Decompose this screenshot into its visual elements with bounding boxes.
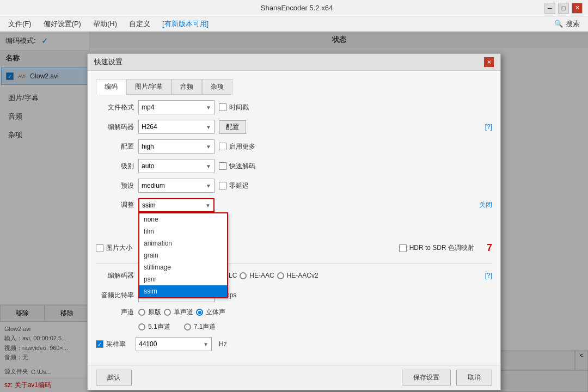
minimize-button[interactable]: ─ [544,3,555,14]
ch-stereo-radio[interactable] [196,309,203,316]
ch-original-radio[interactable] [138,309,145,316]
ch-stereo-label[interactable]: 立体声 [206,308,225,317]
profile-select[interactable]: high ▼ [138,139,215,154]
close-link[interactable]: 关闭 [479,200,492,210]
file-format-select[interactable]: mp4 ▼ [138,100,215,114]
ch-71-radio[interactable] [184,323,191,330]
preset-label: 预设 [96,181,134,191]
level-value: auto [142,162,154,170]
file-format-label: 文件格式 [96,103,134,112]
ch-71-label[interactable]: 7.1声道 [194,322,216,332]
ch-51-radio[interactable] [138,323,145,330]
channel-label: 声道 [96,308,134,317]
lc-label[interactable]: LC [229,272,237,279]
tune-row: 调整 ssim ▼ none film animation grain stil… [96,198,492,212]
tune-option-stillimage[interactable]: stillimage [139,261,227,273]
tune-select[interactable]: ssim ▼ [138,198,215,212]
ch-mono-radio[interactable] [164,309,171,316]
ch-mono-label[interactable]: 单声道 [174,308,193,317]
level-row: 级别 auto ▼ 快速解码 [96,159,492,173]
level-select[interactable]: auto ▼ [138,159,215,173]
zero-latency-label: 零延迟 [229,181,249,191]
enable-more-label: 启用更多 [229,142,255,151]
bitrate-label: 音频比特率 [96,291,134,300]
channel-group2: 5.1声道 7.1声道 [138,322,216,332]
preset-select[interactable]: medium ▼ [138,179,215,193]
timestamp-checkbox-row[interactable]: 时间戳 [219,103,249,112]
maximize-button[interactable]: □ [558,3,569,14]
decoder-select[interactable]: H264 ▼ [138,120,215,134]
profile-arrow: ▼ [206,144,211,150]
default-button[interactable]: 默认 [96,370,132,385]
modal-title: 快速设置 [94,57,122,67]
image-size-label: 图片大小 [106,243,132,253]
hdr-sdr-checkbox[interactable] [399,244,407,252]
he-aacv2-label[interactable]: HE-AACv2 [287,272,318,279]
he-aac-label[interactable]: HE-AAC [249,272,274,279]
file-format-value: mp4 [142,103,154,111]
menu-bar: 文件(F) 偏好设置(P) 帮助(H) 自定义 [有新版本可用] 🔍 搜索 [0,16,588,32]
menu-settings[interactable]: 偏好设置(P) [38,17,87,30]
save-settings-button[interactable]: 保存设置 [402,370,451,385]
zero-latency-checkbox[interactable] [219,182,226,189]
level-label: 级别 [96,162,134,171]
search-bar[interactable]: 🔍 搜索 [549,19,585,29]
modal-tabs: 编码 图片/字幕 音频 杂项 [96,79,492,95]
decoder-label: 编解码器 [96,122,134,132]
tune-option-none[interactable]: none [139,213,227,225]
tune-value: ssim [142,201,156,209]
tune-option-film[interactable]: film [139,225,227,237]
hdr-sdr-label: HDR to SDR 色调映射 [409,243,474,253]
config-button[interactable]: 配置 [219,120,246,134]
menu-file[interactable]: 文件(F) [3,17,37,30]
ch-51-label[interactable]: 5.1声道 [148,322,170,332]
tab-misc[interactable]: 杂项 [202,79,232,95]
menu-customize[interactable]: 自定义 [124,17,156,30]
cancel-button[interactable]: 取消 [456,370,492,385]
audio-decoder-label: 编解码器 [96,271,134,280]
sample-rate-arrow: ▼ [203,341,209,347]
main-area: 编码模式: ✓ 名称 ✓ AVI Glow2.avi 图片/字幕 音频 杂项 移… [0,32,588,392]
hdr-sdr-row[interactable]: HDR to SDR 色调映射 [399,243,474,253]
menu-items: 文件(F) 偏好设置(P) 帮助(H) 自定义 [有新版本可用] [3,17,214,30]
fast-decode-label: 快速解码 [229,162,255,171]
fast-decode-row[interactable]: 快速解码 [219,162,255,171]
file-format-arrow: ▼ [206,105,211,111]
tab-encode[interactable]: 编码 [96,79,126,95]
tab-audio[interactable]: 音频 [171,79,202,95]
title-bar: ShanaEncoder 5.2 x64 ─ □ ✕ [0,0,588,16]
ch-original-label[interactable]: 原版 [148,308,161,317]
tab-image[interactable]: 图片/字幕 [126,79,171,95]
sample-rate-checkbox-row[interactable]: ✓ 采样率 [96,340,126,349]
search-label: 搜索 [566,19,580,29]
level-arrow: ▼ [206,163,211,169]
image-size-checkbox[interactable] [96,244,103,252]
menu-new-version[interactable]: [有新版本可用] [157,17,214,30]
timestamp-checkbox[interactable] [219,103,226,111]
modal-close-button[interactable]: ✕ [484,57,494,67]
timestamp-label: 时间戳 [229,103,249,112]
modal-title-bar: 快速设置 ✕ [88,54,500,71]
tune-dropdown-list: none film animation grain stillimage psn… [138,212,228,298]
tune-arrow: ▼ [205,203,211,209]
enable-more-checkbox[interactable] [219,143,226,150]
tune-option-psnr[interactable]: psnr [139,273,227,285]
help-button[interactable]: [?] [485,123,492,131]
he-aacv2-radio[interactable] [277,272,284,279]
number-badge: 7 [487,242,492,254]
app-title: ShanaEncoder 5.2 x64 [49,4,544,12]
tune-option-animation[interactable]: animation [139,237,227,249]
zero-latency-row[interactable]: 零延迟 [219,181,249,191]
enable-more-row[interactable]: 启用更多 [219,142,255,151]
audio-help-button[interactable]: [?] [485,272,492,279]
sample-rate-select[interactable]: 44100 ▼ [136,337,212,351]
tune-option-ssim[interactable]: ssim [139,285,227,297]
sample-rate-row: ✓ 采样率 44100 ▼ Hz [96,337,492,351]
he-aac-radio[interactable] [240,272,247,279]
image-size-checkbox-row[interactable]: 图片大小 [96,243,132,253]
tune-option-grain[interactable]: grain [139,249,227,261]
sample-rate-checkbox[interactable]: ✓ [96,340,103,348]
fast-decode-checkbox[interactable] [219,162,226,170]
menu-help[interactable]: 帮助(H) [88,17,122,30]
close-button[interactable]: ✕ [572,3,583,14]
